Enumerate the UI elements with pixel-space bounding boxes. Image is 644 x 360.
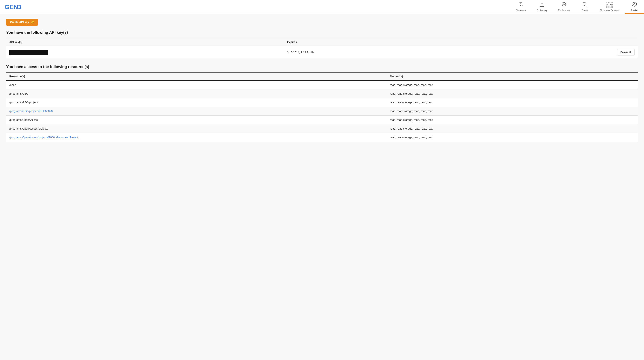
- dictionary-icon: A Z: [540, 1, 545, 8]
- nav-item-query[interactable]: Query: [575, 0, 594, 14]
- resources-section: You have access to the following resourc…: [6, 65, 638, 142]
- svg-text:A: A: [540, 5, 542, 6]
- methods-cell: read, read-storage, read, read, read: [387, 107, 638, 116]
- nav-item-profile[interactable]: Profile: [624, 0, 644, 14]
- methods-cell: read, read-storage, read, read, read: [387, 80, 638, 89]
- api-key-value: [6, 46, 284, 58]
- api-keys-table-header: API key(s) Expires: [6, 38, 638, 46]
- delete-api-key-button[interactable]: Delete 🗑: [617, 49, 635, 55]
- resource-row: /open read, read-storage, read, read, re…: [6, 80, 638, 89]
- logo: GEN3: [5, 4, 22, 10]
- resource-row: /programs/OpenAccess/projects/1000_Genom…: [6, 133, 638, 142]
- notebook-browser-icon: 010101101010010101: [606, 1, 613, 8]
- dictionary-label: Dictionary: [537, 9, 547, 12]
- expires-col-header: Expires: [284, 38, 491, 46]
- profile-label: Profile: [631, 9, 638, 12]
- api-key-expires: 3/13/2024, 9:13:21 AM: [284, 46, 491, 58]
- resource-cell: /programs/GEO/projects: [6, 98, 387, 107]
- create-api-key-button[interactable]: Create API key 🔑: [6, 19, 38, 25]
- logo-area: GEN3: [0, 0, 26, 14]
- trash-icon: 🗑: [629, 51, 632, 54]
- logo-gen: GEN: [5, 3, 18, 10]
- main-nav: Discovery A Z Dictionary: [510, 0, 644, 14]
- query-label: Query: [582, 9, 588, 12]
- methods-cell: read, read-storage, read, read, read: [387, 116, 638, 124]
- key-icon: 🔑: [31, 20, 34, 24]
- api-keys-section: You have the following API key(s) API ke…: [6, 30, 638, 58]
- exploration-icon: [561, 1, 566, 8]
- resource-col-header: Resource(s): [6, 72, 387, 80]
- methods-cell: read, read-storage, read, read, read: [387, 124, 638, 133]
- resource-cell: /programs/OpenAccess/projects: [6, 124, 387, 133]
- svg-point-11: [563, 4, 564, 5]
- resource-link[interactable]: /programs/OpenAccess/projects/1000_Genom…: [9, 136, 78, 139]
- discovery-icon: [518, 1, 524, 8]
- resource-row: /programs/GEO/projects/GSE63878 read, re…: [6, 107, 638, 116]
- resource-row: /programs/GEO read, read-storage, read, …: [6, 89, 638, 98]
- api-key-col-header: API key(s): [6, 38, 284, 46]
- resource-link[interactable]: /programs/GEO/projects/GSE63878: [9, 110, 52, 113]
- main-content: Create API key 🔑 You have the following …: [0, 14, 644, 360]
- create-api-key-label: Create API key: [10, 20, 29, 24]
- methods-cell: read, read-storage, read, read, read: [387, 89, 638, 98]
- exploration-label: Exploration: [558, 9, 570, 12]
- svg-line-17: [586, 5, 587, 6]
- api-keys-table: API key(s) Expires 3/13/2024, 9:13:21 AM…: [6, 38, 638, 58]
- query-icon: [582, 1, 588, 8]
- svg-text:Z: Z: [542, 5, 543, 6]
- api-key-row: 3/13/2024, 9:13:21 AM Delete 🗑: [6, 46, 638, 58]
- methods-cell: read, read-storage, read, read, read: [387, 133, 638, 142]
- resources-table: Resource(s) Method(s) /open read, read-s…: [6, 72, 638, 142]
- nav-item-dictionary[interactable]: A Z Dictionary: [532, 0, 552, 14]
- resource-row: /programs/OpenAccess/projects read, read…: [6, 124, 638, 133]
- svg-line-1: [522, 5, 523, 6]
- actions-col-header: [491, 38, 638, 46]
- logo-3: 3: [18, 3, 22, 10]
- discovery-label: Discovery: [516, 9, 526, 12]
- resource-cell: /programs/GEO/projects/GSE63878: [6, 107, 387, 116]
- api-keys-title: You have the following API key(s): [6, 30, 638, 35]
- resource-cell: /programs/OpenAccess: [6, 116, 387, 124]
- resource-cell: /programs/GEO: [6, 89, 387, 98]
- methods-cell: read, read-storage, read, read, read: [387, 98, 638, 107]
- resource-row: /programs/GEO/projects read, read-storag…: [6, 98, 638, 107]
- resources-title: You have access to the following resourc…: [6, 65, 638, 69]
- delete-label: Delete: [620, 51, 628, 54]
- notebook-browser-label: Notebook Browser: [600, 9, 619, 12]
- header: GEN3 Discovery: [0, 0, 644, 14]
- svg-point-19: [634, 3, 635, 5]
- api-key-masked: [9, 50, 48, 55]
- resources-table-header: Resource(s) Method(s): [6, 72, 638, 80]
- resource-row: /programs/OpenAccess read, read-storage,…: [6, 116, 638, 124]
- methods-col-header: Method(s): [387, 72, 638, 80]
- api-key-actions: Delete 🗑: [491, 46, 638, 58]
- nav-item-discovery[interactable]: Discovery: [510, 0, 532, 14]
- resource-cell: /programs/OpenAccess/projects/1000_Genom…: [6, 133, 387, 142]
- resource-cell: /open: [6, 80, 387, 89]
- profile-icon: [632, 1, 637, 8]
- nav-item-notebook-browser[interactable]: 010101101010010101 Notebook Browser: [594, 0, 624, 14]
- nav-item-exploration[interactable]: Exploration: [552, 0, 575, 14]
